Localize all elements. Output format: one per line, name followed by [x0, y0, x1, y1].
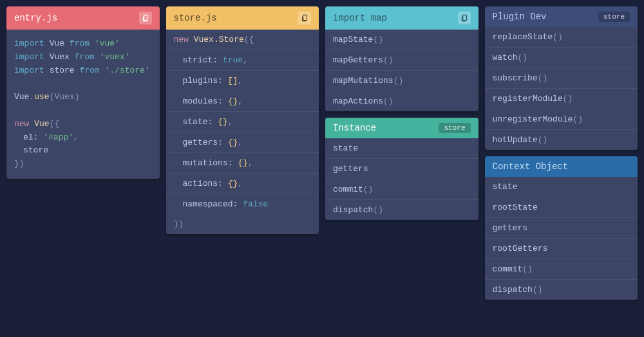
- clipboard-icon[interactable]: [458, 12, 471, 24]
- svg-rect-2: [462, 15, 466, 20]
- store-title: store.js: [174, 13, 217, 23]
- instance-list: stategetterscommit()dispatch(): [325, 138, 478, 220]
- store-prop: modules: {},: [166, 91, 319, 112]
- list-item: rootState: [485, 197, 638, 218]
- import-map-title: import map: [333, 13, 387, 23]
- list-item: mapGetters(): [325, 50, 478, 71]
- plugin-dev-card: Plugin Dev store replaceState()watch()su…: [485, 6, 638, 150]
- list-item: state: [485, 177, 638, 197]
- list-item: mapState(): [325, 30, 478, 50]
- entry-code: import Vue from 'vue' import Vuex from '…: [6, 30, 160, 179]
- cheatsheet-grid: entry.js import Vue from 'vue' import Vu…: [6, 6, 638, 300]
- svg-rect-0: [144, 15, 147, 20]
- store-prop: state: {},: [166, 112, 319, 132]
- store-prop: plugins: [],: [166, 71, 319, 91]
- clipboard-icon[interactable]: [139, 12, 152, 24]
- list-item: dispatch(): [325, 200, 478, 220]
- import-map-card: import map mapState()mapGetters()mapMuta…: [325, 6, 478, 111]
- list-item: commit(): [485, 259, 638, 280]
- list-item: hotUpdate(): [485, 130, 638, 150]
- store-prop: getters: {},: [166, 132, 319, 153]
- list-item: mapMutations(): [325, 71, 478, 91]
- column-4: Plugin Dev store replaceState()watch()su…: [485, 6, 638, 300]
- entry-title: entry.js: [14, 13, 57, 23]
- column-1: entry.js import Vue from 'vue' import Vu…: [6, 6, 160, 300]
- list-item: rootGetters: [485, 239, 638, 259]
- plugin-dev-badge: store: [598, 12, 630, 22]
- context-list: staterootStategettersrootGetterscommit()…: [485, 177, 638, 300]
- list-item: registerModule(): [485, 89, 638, 109]
- import-map-header: import map: [325, 6, 478, 30]
- list-item: unregisterModule(): [485, 109, 638, 130]
- list-item: getters: [325, 159, 478, 179]
- entry-header: entry.js: [6, 6, 160, 30]
- instance-card: Instance store stategetterscommit()dispa…: [325, 118, 478, 220]
- list-item: commit(): [325, 179, 478, 200]
- store-prop: strict: true,: [166, 50, 319, 71]
- store-prop: mutations: {},: [166, 153, 319, 174]
- svg-rect-1: [303, 15, 307, 20]
- clipboard-icon[interactable]: [298, 12, 311, 24]
- list-item: replaceState(): [485, 27, 638, 48]
- list-item: dispatch(): [485, 280, 638, 300]
- store-prop: namespaced: false: [166, 194, 319, 214]
- column-3: import map mapState()mapGetters()mapMuta…: [325, 6, 478, 300]
- instance-badge: store: [439, 123, 470, 133]
- context-object-title: Context Object: [493, 161, 569, 172]
- store-header: store.js: [166, 6, 319, 30]
- list-item: watch(): [485, 48, 638, 68]
- list-item: state: [325, 138, 478, 159]
- list-item: getters: [485, 218, 638, 239]
- instance-title: Instance: [333, 123, 376, 133]
- store-prop: actions: {},: [166, 174, 319, 194]
- column-2: store.js new Vuex.Store({ strict: true,p…: [166, 6, 319, 300]
- list-item: mapActions(): [325, 91, 478, 111]
- list-item: subscribe(): [485, 68, 638, 89]
- context-object-card: Context Object staterootStategettersroot…: [485, 156, 638, 300]
- plugin-dev-header: Plugin Dev store: [485, 6, 638, 27]
- store-code: new Vuex.Store({ strict: true,plugins: […: [166, 30, 319, 234]
- entry-card: entry.js import Vue from 'vue' import Vu…: [6, 6, 160, 179]
- store-card: store.js new Vuex.Store({ strict: true,p…: [166, 6, 319, 234]
- instance-header: Instance store: [325, 118, 478, 138]
- plugin-dev-list: replaceState()watch()subscribe()register…: [485, 27, 638, 150]
- plugin-dev-title: Plugin Dev: [493, 12, 547, 22]
- import-map-list: mapState()mapGetters()mapMutations()mapA…: [325, 30, 478, 111]
- context-object-header: Context Object: [485, 156, 638, 177]
